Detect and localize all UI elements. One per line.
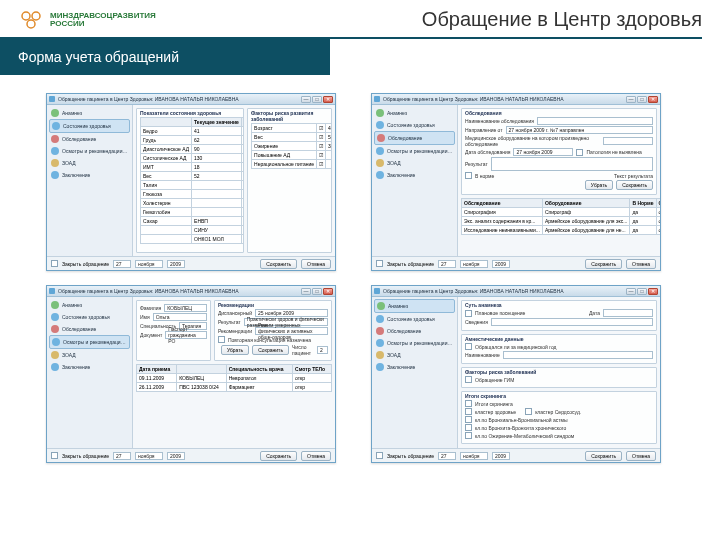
sidebar-item-health[interactable]: Состояние здоровья xyxy=(49,311,130,323)
close-button[interactable]: ✕ xyxy=(323,96,333,103)
titlebar[interactable]: Обращение пациента в Центр Здоровья: ИВА… xyxy=(372,286,660,297)
save-button[interactable]: Сохранить xyxy=(260,259,297,269)
sidebar-item-osmotr[interactable]: Осмотры и рекомендации врачей xyxy=(374,337,455,349)
sidebar-item-zakl[interactable]: Заключение xyxy=(49,361,130,373)
date-d[interactable]: 27 xyxy=(438,452,456,460)
name-input[interactable] xyxy=(537,117,653,125)
date-d[interactable]: 27 xyxy=(438,260,456,268)
scr-checkbox[interactable] xyxy=(465,400,472,407)
save-button[interactable]: Сохранить xyxy=(260,451,297,461)
sidebar-item-anamnez[interactable]: Анамнез xyxy=(374,299,455,313)
table-row[interactable]: Исследование неинвазивными...Армейское о… xyxy=(462,226,661,235)
sidebar-item-zakl[interactable]: Заключение xyxy=(374,361,455,373)
table-row[interactable]: Бедро41 xyxy=(141,127,245,136)
pov-checkbox[interactable] xyxy=(218,336,225,343)
sv-input[interactable] xyxy=(491,318,653,326)
cancel-button[interactable]: Отмена xyxy=(626,259,656,269)
sidebar-item-zakl[interactable]: Заключение xyxy=(49,169,130,181)
vnorme-checkbox[interactable] xyxy=(465,172,472,179)
table-row[interactable]: Повышение АД☑ xyxy=(252,151,332,160)
min-button[interactable]: — xyxy=(301,288,311,295)
date-y[interactable]: 2009 xyxy=(492,260,510,268)
sidebar-item-anamnez[interactable]: Анамнез xyxy=(374,107,455,119)
obr-checkbox[interactable] xyxy=(465,343,472,350)
save-button[interactable]: Сохранить xyxy=(585,451,622,461)
date-y[interactable]: 2009 xyxy=(167,260,185,268)
patol-checkbox[interactable] xyxy=(576,149,583,156)
close-checkbox[interactable] xyxy=(376,452,383,459)
titlebar[interactable]: Обращение пациента в Центр Здоровья: ИВА… xyxy=(372,94,660,105)
table-row[interactable]: Талия xyxy=(141,181,245,190)
min-button[interactable]: — xyxy=(626,288,636,295)
name-input[interactable]: Ольга xyxy=(153,313,207,321)
date-d[interactable]: 27 xyxy=(113,452,131,460)
sidebar-item-zoad[interactable]: ЗОАД xyxy=(374,349,455,361)
ref-input[interactable]: 27 ноября 2009 г. №7 направлен xyxy=(506,126,653,134)
gim-checkbox[interactable] xyxy=(465,376,472,383)
save-button[interactable]: Сохранить xyxy=(616,180,653,190)
sidebar-item-obsled[interactable]: Обследование xyxy=(49,133,130,145)
close-button[interactable]: ✕ xyxy=(648,288,658,295)
close-checkbox[interactable] xyxy=(376,260,383,267)
sidebar-item-anamnez[interactable]: Анамнез xyxy=(49,299,130,311)
table-row[interactable]: СпирографияСпирографдаоткр xyxy=(462,208,661,217)
cancel-button[interactable]: Отмена xyxy=(626,451,656,461)
max-button[interactable]: □ xyxy=(312,288,322,295)
doc-input[interactable]: Паспорт гражданина PO xyxy=(165,331,207,339)
plan-checkbox[interactable] xyxy=(465,310,472,317)
date-y[interactable]: 2009 xyxy=(167,452,185,460)
table-row[interactable]: СИНУ xyxy=(141,226,245,235)
table-row[interactable]: ИМТ1820 xyxy=(141,163,245,172)
table-row[interactable]: Глюкоза xyxy=(141,190,245,199)
table-row[interactable]: Грудь62 xyxy=(141,136,245,145)
sidebar-item-osmotr[interactable]: Осмотры и рекомендации врачей xyxy=(374,145,455,157)
sidebar-item-zoad[interactable]: ЗОАД xyxy=(49,349,130,361)
max-button[interactable]: □ xyxy=(312,96,322,103)
table-row[interactable]: Диастолическое АД9080 xyxy=(141,145,245,154)
chk[interactable] xyxy=(465,424,472,431)
sidebar-item-obsled[interactable]: Обследование xyxy=(374,131,455,145)
obsled-table[interactable]: ОбследованиеОборудованиеВ НормеСмотр ТЕЛ… xyxy=(461,198,660,235)
sidebar-item-osmotr[interactable]: Осмотры и рекомендации врачей xyxy=(49,335,130,349)
table-row[interactable]: Систолическое АД130120 xyxy=(141,154,245,163)
table-row[interactable]: ОНКО1 МОЛ xyxy=(141,235,245,244)
date-m[interactable]: ноября xyxy=(460,260,488,268)
save-button[interactable]: Сохранить xyxy=(252,345,289,355)
table-row[interactable]: Вес☑52 xyxy=(252,133,332,142)
min-button[interactable]: — xyxy=(626,96,636,103)
cancel-button[interactable]: Отмена xyxy=(301,259,331,269)
result-input[interactable] xyxy=(491,157,653,171)
sidebar-item-health[interactable]: Состояние здоровья xyxy=(374,119,455,131)
chk[interactable] xyxy=(465,432,472,439)
min-button[interactable]: — xyxy=(301,96,311,103)
table-row[interactable]: 26.11.2009ПВС 123038 0/24Фармацевтоткр xyxy=(137,383,332,392)
date-m[interactable]: ноября xyxy=(135,452,163,460)
close-button[interactable]: ✕ xyxy=(648,96,658,103)
titlebar[interactable]: Обращение пациента в Центр Здоровья: ИВА… xyxy=(47,286,335,297)
sidebar-item-zoad[interactable]: ЗОАД xyxy=(49,157,130,169)
table-row[interactable]: СахарЕНВП xyxy=(141,217,245,226)
count-input[interactable]: 2 xyxy=(317,346,328,354)
cancel-button[interactable]: Отмена xyxy=(301,451,331,461)
close-checkbox[interactable] xyxy=(51,260,58,267)
sidebar-item-zakl[interactable]: Заключение xyxy=(374,169,455,181)
sidebar-item-zoad[interactable]: ЗОАД xyxy=(374,157,455,169)
max-button[interactable]: □ xyxy=(637,96,647,103)
visits-table[interactable]: Дата приемаСпециальность врачаСмотр ТЕЛо… xyxy=(136,364,332,392)
table-row[interactable]: Холестерин xyxy=(141,199,245,208)
clear-button[interactable]: Убрать xyxy=(585,180,613,190)
chk[interactable] xyxy=(465,408,472,415)
table-row[interactable]: Возраст☑41 xyxy=(252,124,332,133)
equip-input[interactable] xyxy=(603,137,653,145)
save-button[interactable]: Сохранить xyxy=(585,259,622,269)
chk[interactable] xyxy=(525,408,532,415)
close-checkbox[interactable] xyxy=(51,452,58,459)
table-row[interactable]: Гемоглобин xyxy=(141,208,245,217)
rek-input[interactable]: Режим умеренных физических и активных об… xyxy=(255,327,328,335)
risk-table[interactable]: Возраст☑41 Вес☑52 Ожирение☑3 Повышение А… xyxy=(251,123,332,169)
table-row[interactable]: Ожирение☑3 xyxy=(252,142,332,151)
table-row[interactable]: Вес52 xyxy=(141,172,245,181)
fio-input[interactable]: КОБЫЛЕЦ xyxy=(164,304,207,312)
date-input[interactable]: 27 ноября 2009 xyxy=(513,148,573,156)
table-row[interactable]: 09.11.2009КОБЫЛЕЦНевропатолоткр xyxy=(137,374,332,383)
